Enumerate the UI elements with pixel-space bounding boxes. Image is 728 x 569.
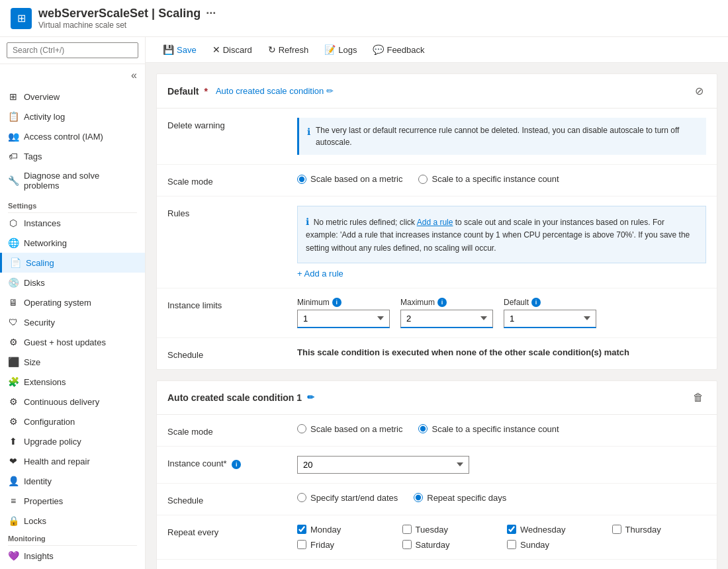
scale-mode-radio-group-2: Scale based on a metric Scale to a speci…: [297, 424, 706, 434]
sidebar-item-upgrade-policy[interactable]: ⬆ Upgrade policy: [0, 431, 145, 451]
sidebar-search-container: [0, 37, 145, 64]
scale-condition-1-card: Default* Auto created scale condition ✏ …: [156, 73, 717, 370]
instance-count-select[interactable]: 20: [297, 456, 469, 474]
radio-instance-1[interactable]: Scale to a specific instance count: [418, 174, 559, 184]
app-icon: ⊞: [11, 8, 32, 29]
scale-mode-label-2: Scale mode: [167, 424, 287, 437]
sidebar-item-tags[interactable]: 🏷 Tags: [0, 146, 145, 166]
checkbox-thursday[interactable]: Thursday: [612, 525, 707, 535]
feedback-button[interactable]: 💬 Feedback: [366, 41, 431, 58]
logs-button[interactable]: 📝 Logs: [318, 41, 363, 58]
main-layout: « ⊞ Overview 📋 Activity log 👥 Access con…: [0, 37, 728, 569]
delete-warning-content: ℹ The very last or default recurrence ru…: [297, 118, 706, 155]
sidebar: « ⊞ Overview 📋 Activity log 👥 Access con…: [0, 37, 146, 569]
maximum-group: Maximum i 123: [400, 298, 493, 328]
default-select[interactable]: 123: [504, 310, 596, 328]
checkbox-sunday[interactable]: Sunday: [507, 540, 602, 550]
schedule-row-2: Schedule Specify start/end dates Repeat …: [157, 484, 717, 515]
scale-card-2-title: Auto created scale condition 1 ✏: [167, 392, 314, 403]
delete-condition-1-btn[interactable]: ⊘: [692, 82, 706, 100]
scale-mode-radio-group-1: Scale based on a metric Scale to a speci…: [297, 174, 706, 184]
checkbox-monday[interactable]: Monday: [297, 525, 392, 535]
radio-start-end[interactable]: Specify start/end dates: [297, 493, 398, 503]
sidebar-item-health-repair[interactable]: ❤ Health and repair: [0, 451, 145, 471]
sidebar-item-disks[interactable]: 💿 Disks: [0, 273, 145, 292]
header-ellipsis[interactable]: ···: [206, 7, 216, 21]
instance-count-row: Instance count* i 20: [157, 447, 717, 484]
discard-button[interactable]: ✕ Discard: [206, 41, 259, 58]
edit-icon-1[interactable]: ✏: [326, 86, 334, 96]
sidebar-item-security[interactable]: 🛡 Security: [0, 312, 145, 332]
access-control-icon: 👥: [8, 131, 19, 142]
checkbox-tuesday[interactable]: Tuesday: [402, 525, 497, 535]
refresh-button[interactable]: ↻ Refresh: [261, 41, 316, 58]
disks-icon: 💿: [8, 277, 19, 288]
add-rule-link-btn[interactable]: + Add a rule: [297, 269, 343, 279]
instance-count-label: Instance count* i: [167, 456, 287, 469]
rules-box: ℹ No metric rules defined; click Add a r…: [297, 206, 706, 263]
sidebar-item-overview[interactable]: ⊞ Overview: [0, 87, 145, 107]
sidebar-item-instances[interactable]: ⬡ Instances: [0, 213, 145, 233]
sidebar-item-label: Activity log: [24, 112, 65, 122]
discard-icon: ✕: [212, 44, 220, 55]
radio-repeat-days[interactable]: Repeat specific days: [414, 493, 506, 503]
delete-condition-2-btn[interactable]: 🗑: [690, 389, 706, 406]
sidebar-item-alerts[interactable]: 🟩 Alerts: [0, 566, 145, 569]
scale-mode-label-1: Scale mode: [167, 174, 287, 187]
sidebar-item-continuous-delivery[interactable]: ⚙ Continuous delivery: [0, 392, 145, 412]
default-group: Default i 123: [504, 298, 596, 328]
sidebar-item-size[interactable]: ⬛ Size: [0, 352, 145, 372]
sidebar-item-label: Upgrade policy: [24, 437, 81, 447]
content-area: 💾 Save ✕ Discard ↻ Refresh 📝 Logs 💬 Feed…: [146, 37, 728, 569]
scaling-icon: 📄: [10, 257, 21, 268]
scale-content: Default* Auto created scale condition ✏ …: [146, 63, 728, 569]
add-rule-link[interactable]: Add a rule: [417, 218, 453, 227]
save-button[interactable]: 💾 Save: [156, 41, 203, 58]
sidebar-item-label: Identity: [24, 476, 52, 486]
cd-icon: ⚙: [8, 396, 19, 407]
identity-icon: 👤: [8, 476, 19, 486]
sidebar-item-os[interactable]: 🖥 Operating system: [0, 292, 145, 312]
sidebar-collapse-btn[interactable]: «: [128, 67, 140, 84]
sidebar-item-activity-log[interactable]: 📋 Activity log: [0, 107, 145, 126]
checkbox-saturday[interactable]: Saturday: [402, 540, 497, 550]
sidebar-item-guest-host[interactable]: ⚙ Guest + host updates: [0, 332, 145, 352]
minimum-select[interactable]: 123: [297, 310, 390, 328]
sidebar-item-label: Size: [24, 357, 40, 367]
scale-mode-content-1: Scale based on a metric Scale to a speci…: [297, 174, 706, 184]
checkbox-wednesday[interactable]: Wednesday: [507, 525, 602, 535]
radio-metric-2[interactable]: Scale based on a metric: [297, 424, 402, 434]
sidebar-item-scaling[interactable]: 📄 Scaling: [0, 253, 145, 273]
sidebar-item-diagnose[interactable]: 🔧 Diagnose and solve problems: [0, 166, 145, 195]
upgrade-icon: ⬆: [8, 436, 19, 447]
sidebar-item-properties[interactable]: ≡ Properties: [0, 491, 145, 511]
checkbox-friday[interactable]: Friday: [297, 540, 392, 550]
instance-limits-label: Instance limits: [167, 298, 287, 310]
sidebar-item-extensions[interactable]: 🧩 Extensions: [0, 372, 145, 392]
app-header: ⊞ webServerScaleSet | Scaling ··· Virtua…: [0, 0, 728, 37]
radio-metric-1[interactable]: Scale based on a metric: [297, 174, 402, 184]
edit-icon-2[interactable]: ✏: [307, 392, 314, 402]
sidebar-item-identity[interactable]: 👤 Identity: [0, 471, 145, 491]
maximum-select[interactable]: 123: [400, 310, 493, 328]
timezone-row: Timezone (UTC-08:00) Pacific Time (US & …: [157, 560, 717, 569]
sidebar-item-access-control[interactable]: 👥 Access control (IAM): [0, 126, 145, 146]
scale-mode-content-2: Scale based on a metric Scale to a speci…: [297, 424, 706, 434]
delete-warning-row: Delete warning ℹ The very last or defaul…: [157, 109, 717, 165]
sidebar-item-networking[interactable]: 🌐 Networking: [0, 233, 145, 253]
search-input[interactable]: [7, 42, 138, 58]
sidebar-item-locks[interactable]: 🔒 Locks: [0, 511, 145, 531]
sidebar-item-insights[interactable]: 💜 Insights: [0, 546, 145, 566]
sidebar-item-label: Guest + host updates: [24, 337, 106, 347]
settings-section-label: Settings: [0, 195, 145, 212]
scale-card-2-actions: 🗑: [690, 389, 706, 406]
default-info-icon: i: [531, 298, 541, 307]
maximum-label: Maximum i: [400, 298, 493, 307]
schedule-text-1: This scale condition is executed when no…: [297, 347, 706, 357]
schedule-row-1: Schedule This scale condition is execute…: [157, 338, 717, 369]
scale-card-1-subtitle: Auto created scale condition ✏: [216, 86, 334, 96]
radio-instance-2[interactable]: Scale to a specific instance count: [418, 424, 559, 434]
overview-icon: ⊞: [8, 91, 19, 102]
delete-warning-label: Delete warning: [167, 118, 287, 130]
sidebar-item-configuration[interactable]: ⚙ Configuration: [0, 412, 145, 431]
